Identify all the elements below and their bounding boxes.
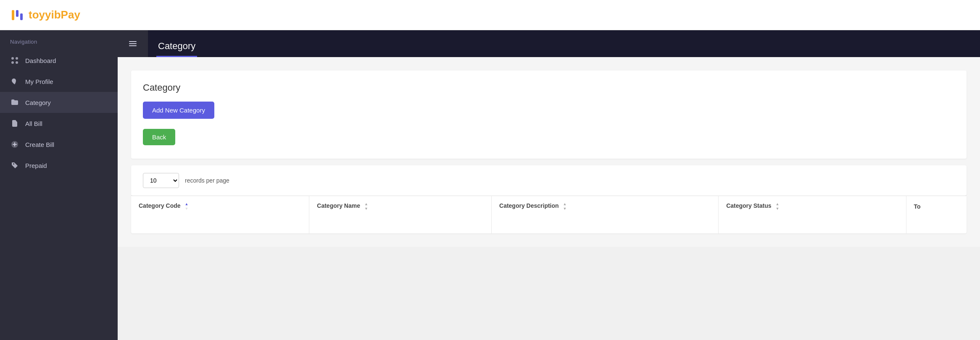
col-label-to: To <box>914 203 921 210</box>
page-content: Category Add New Category Back 10 2 <box>118 57 980 340</box>
sidebar-item-prepaid[interactable]: Prepaid <box>0 155 118 176</box>
records-per-page-select[interactable]: 10 25 50 100 <box>143 173 179 188</box>
main-layout: Navigation Dashboard My Profile Category… <box>0 30 980 340</box>
records-bar: 10 25 50 100 records per page <box>131 165 967 196</box>
sidebar-item-my-profile[interactable]: My Profile <box>0 71 118 92</box>
svg-point-4 <box>16 57 18 60</box>
sidebar-item-label-create-bill: Create Bill <box>25 141 54 148</box>
category-card-title: Category <box>143 82 955 93</box>
dashboard-icon <box>10 56 19 65</box>
col-label-category-status: Category Status <box>726 202 771 209</box>
svg-rect-0 <box>12 10 14 20</box>
svg-rect-2 <box>20 13 23 20</box>
sidebar-item-category[interactable]: Category <box>0 92 118 113</box>
sort-icon-status: ▲ ▼ <box>775 202 779 211</box>
sidebar-item-label-my-profile: My Profile <box>25 78 53 85</box>
sidebar-nav-label: Navigation <box>0 30 118 50</box>
sidebar-item-dashboard[interactable]: Dashboard <box>0 50 118 71</box>
table-container: Category Code ▲ ▼ Category Name <box>131 196 967 233</box>
col-label-category-name: Category Name <box>317 202 360 209</box>
logo-bar: toyyibPay <box>0 0 980 30</box>
nav-title-tab: Category <box>148 30 205 57</box>
col-category-description[interactable]: Category Description ▲ ▼ <box>492 196 719 217</box>
page-title: Category <box>156 41 197 57</box>
file-icon <box>10 119 19 128</box>
sidebar-item-all-bill[interactable]: All Bill <box>0 113 118 134</box>
svg-point-6 <box>16 61 18 64</box>
back-button[interactable]: Back <box>143 129 175 145</box>
sort-icon-code: ▲ ▼ <box>184 202 188 211</box>
page-inner: Category Add New Category Back 10 2 <box>118 57 980 247</box>
sort-icon-name: ▲ ▼ <box>364 202 368 211</box>
sidebar-item-label-category: Category <box>25 99 51 106</box>
svg-point-3 <box>11 57 14 60</box>
sidebar: Navigation Dashboard My Profile Category… <box>0 30 118 340</box>
svg-rect-1 <box>16 10 18 17</box>
add-new-category-button[interactable]: Add New Category <box>143 102 214 119</box>
content-area: Category Category Add New Category Back <box>118 30 980 340</box>
hamburger-button[interactable] <box>118 30 148 57</box>
logo-text: toyyibPay <box>29 8 80 21</box>
category-card: Category Add New Category Back <box>131 71 967 159</box>
table-body <box>131 217 967 233</box>
col-category-name[interactable]: Category Name ▲ ▼ <box>309 196 492 217</box>
category-table: Category Code ▲ ▼ Category Name <box>131 196 967 233</box>
col-category-status[interactable]: Category Status ▲ ▼ <box>719 196 906 217</box>
table-row <box>131 217 967 233</box>
sort-icon-description: ▲ ▼ <box>563 202 567 211</box>
col-label-category-description: Category Description <box>499 202 559 209</box>
sidebar-item-create-bill[interactable]: Create Bill <box>0 134 118 155</box>
plus-circle-icon <box>10 140 19 149</box>
logo-icon <box>10 8 25 23</box>
tag-icon <box>10 161 19 170</box>
table-header-row: Category Code ▲ ▼ Category Name <box>131 196 967 217</box>
folder-icon <box>10 98 19 107</box>
col-label-category-code: Category Code <box>139 202 181 209</box>
col-to[interactable]: To <box>906 196 967 217</box>
col-category-code[interactable]: Category Code ▲ ▼ <box>131 196 309 217</box>
top-nav: Category <box>118 30 980 57</box>
sidebar-item-label-prepaid: Prepaid <box>25 162 47 169</box>
heart-icon <box>10 77 19 86</box>
sidebar-item-label-dashboard: Dashboard <box>25 57 56 64</box>
records-per-page-label: records per page <box>185 177 229 184</box>
sidebar-item-label-all-bill: All Bill <box>25 120 42 127</box>
svg-point-5 <box>11 61 14 64</box>
